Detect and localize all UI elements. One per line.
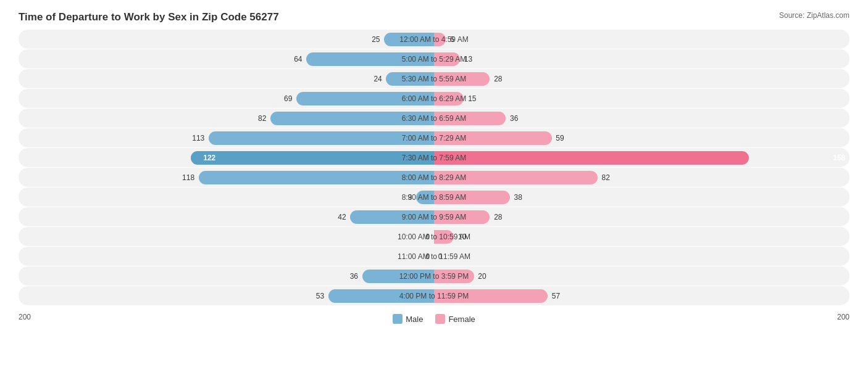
male-value: 118	[182, 173, 194, 182]
time-label: 11:00 AM to 11:59 AM	[398, 252, 470, 261]
female-value: 15	[468, 94, 476, 103]
male-bar	[209, 131, 434, 145]
chart-row: 5:30 AM to 5:59 AM2428	[19, 69, 849, 88]
male-value: 53	[316, 292, 324, 300]
legend-female: Female	[435, 314, 475, 324]
female-value: 36	[510, 114, 518, 123]
female-value: 20	[478, 272, 486, 281]
male-value: 36	[350, 272, 358, 281]
chart-row: 6:00 AM to 6:29 AM6915	[19, 89, 849, 108]
chart-row: 10:00 AM to 10:59 AM010	[19, 227, 849, 246]
chart-row: 12:00 AM to 4:59 AM256	[19, 30, 849, 49]
male-value: 24	[373, 75, 382, 83]
time-label: 4:00 PM to 11:59 PM	[399, 292, 469, 300]
axis-row: 200 Male Female 200	[19, 310, 849, 324]
chart-row: 4:00 PM to 11:59 PM5357	[19, 286, 849, 305]
male-bar	[191, 151, 434, 165]
axis-min: 200	[19, 313, 31, 321]
female-value: 158	[833, 154, 845, 162]
legend-male-label: Male	[406, 315, 423, 324]
male-value: 42	[338, 213, 346, 221]
chart-container: Time of Departure to Work by Sex in Zip …	[0, 0, 868, 367]
male-bar	[199, 171, 434, 184]
source-label: Source: ZipAtlas.com	[779, 11, 849, 20]
legend-female-label: Female	[448, 315, 475, 324]
legend-male-icon	[393, 314, 403, 324]
female-value: 28	[494, 75, 502, 83]
chart-title: Time of Departure to Work by Sex in Zip …	[19, 11, 849, 23]
time-label: 7:00 AM to 7:29 AM	[402, 134, 467, 142]
female-value: 28	[494, 213, 502, 221]
time-label: 5:30 AM to 5:59 AM	[402, 75, 467, 83]
chart-body: 12:00 AM to 4:59 AM2565:00 AM to 5:29 AM…	[19, 30, 849, 305]
female-value: 57	[552, 292, 560, 300]
time-label: 12:00 PM to 3:59 PM	[399, 272, 469, 281]
legend: Male Female	[393, 314, 475, 324]
chart-row: 9:00 AM to 9:59 AM4228	[19, 207, 849, 226]
chart-row: 8:30 AM to 8:59 AM938	[19, 188, 849, 207]
time-label: 6:00 AM to 6:29 AM	[402, 94, 467, 103]
time-label: 6:30 AM to 6:59 AM	[402, 114, 467, 123]
female-bar	[434, 151, 749, 165]
time-label: 8:30 AM to 8:59 AM	[402, 193, 467, 202]
time-label: 10:00 AM to 10:59 AM	[398, 233, 470, 241]
female-value: 38	[514, 193, 522, 202]
time-label: 9:00 AM to 9:59 AM	[402, 213, 467, 221]
chart-row: 11:00 AM to 11:59 AM00	[19, 247, 849, 266]
chart-row: 6:30 AM to 6:59 AM8236	[19, 109, 849, 128]
chart-row: 7:30 AM to 7:59 AM122158	[19, 148, 849, 167]
male-value: 25	[372, 35, 380, 44]
chart-row: 7:00 AM to 7:29 AM11359	[19, 128, 849, 147]
male-value: 113	[192, 134, 204, 142]
chart-row: 12:00 PM to 3:59 PM3620	[19, 266, 849, 286]
male-value: 64	[294, 55, 302, 64]
time-label: 5:00 AM to 5:29 AM	[402, 55, 467, 64]
legend-female-icon	[435, 314, 445, 324]
chart-row: 5:00 AM to 5:29 AM6413	[19, 49, 849, 68]
axis-max: 200	[837, 313, 849, 321]
male-value: 69	[284, 94, 292, 103]
female-value: 59	[556, 134, 564, 142]
time-label: 8:00 AM to 8:29 AM	[402, 173, 467, 182]
time-label: 12:00 AM to 4:59 AM	[399, 35, 468, 44]
male-value: 122	[203, 154, 215, 162]
male-value: 82	[258, 114, 266, 123]
female-value: 82	[602, 173, 610, 182]
chart-row: 8:00 AM to 8:29 AM11882	[19, 168, 849, 187]
legend-male: Male	[393, 314, 423, 324]
time-label: 7:30 AM to 7:59 AM	[402, 154, 467, 162]
